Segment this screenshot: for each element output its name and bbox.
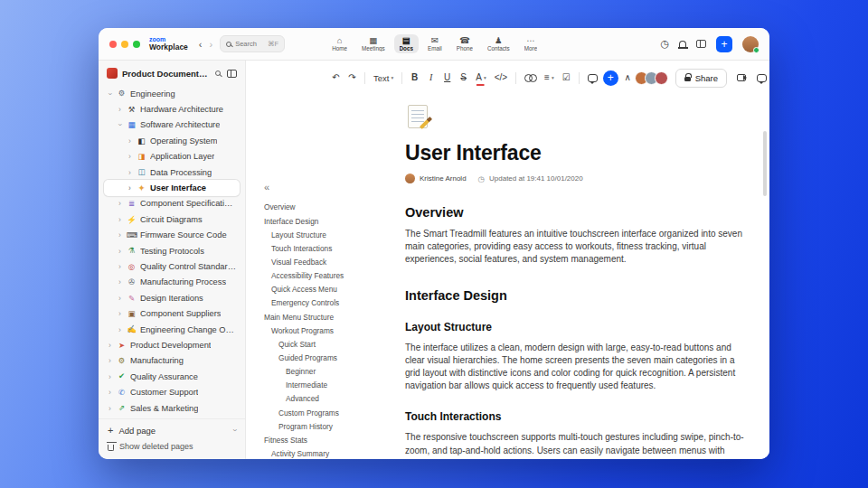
- memo-emoji-icon[interactable]: [405, 104, 432, 131]
- back-button[interactable]: ‹: [199, 39, 203, 50]
- chevron-right-icon[interactable]: ›: [117, 325, 123, 334]
- outline-item-accessibility-features[interactable]: Accessibility Features: [264, 269, 400, 283]
- sidebar-item-operating-system[interactable]: ›◧Operating System: [104, 133, 240, 148]
- chevron-down-icon[interactable]: ›: [106, 90, 115, 97]
- chevron-right-icon[interactable]: ›: [107, 372, 113, 381]
- strikethrough-button[interactable]: S: [457, 69, 470, 87]
- sidebar-item-component-specifications[interactable]: ›≣Component Specifications: [104, 196, 240, 211]
- show-deleted-pages-button[interactable]: Show deleted pages: [108, 442, 236, 451]
- tab-docs[interactable]: ▤Docs: [394, 34, 419, 54]
- tab-phone[interactable]: ☎Phone: [451, 34, 478, 54]
- chevron-right-icon[interactable]: ›: [117, 294, 123, 303]
- sidebar-item-hardware-architecture[interactable]: ›⚒Hardware Architecture: [104, 101, 240, 117]
- forward-button[interactable]: ›: [210, 39, 213, 50]
- history-icon[interactable]: ◷: [660, 38, 669, 50]
- notifications-icon[interactable]: [679, 41, 686, 48]
- chevron-right-icon[interactable]: ›: [117, 309, 123, 318]
- bulleted-list-button[interactable]: ≡▾: [542, 69, 557, 87]
- maximize-button[interactable]: [133, 41, 140, 48]
- sidebar-item-application-layer[interactable]: ›◨Application Layer: [104, 149, 240, 164]
- sidebar-item-design-iterations[interactable]: ›✎Design Iterations: [104, 290, 240, 305]
- sidebar-item-testing-protocols[interactable]: ›⚗Testing Protocols: [104, 243, 240, 258]
- insert-button[interactable]: +: [603, 70, 618, 86]
- outline-item-intermediate[interactable]: Intermediate: [264, 379, 400, 392]
- sidebar-item-sales-marketing[interactable]: ›⇗Sales & Marketing: [104, 400, 240, 416]
- tab-more[interactable]: ⋯More: [519, 34, 542, 54]
- chevron-right-icon[interactable]: ›: [117, 215, 123, 224]
- link-button[interactable]: [522, 69, 539, 87]
- outline-item-overview[interactable]: Overview: [264, 201, 400, 214]
- share-button[interactable]: Share: [675, 69, 727, 88]
- doc-heading-layout-structure[interactable]: Layout Structure: [405, 321, 747, 333]
- chevron-right-icon[interactable]: ›: [127, 183, 133, 192]
- sidebar-item-engineering-change-orders[interactable]: ›✍Engineering Change Orders: [104, 322, 240, 337]
- doc-heading-touch-interactions[interactable]: Touch Interactions: [405, 410, 747, 423]
- doc-heading-overview[interactable]: Overview: [405, 205, 747, 220]
- outline-item-custom-programs[interactable]: Custom Programs: [264, 406, 400, 419]
- outline-item-workout-programs[interactable]: Workout Programs: [264, 324, 400, 337]
- chevron-right-icon[interactable]: ›: [127, 152, 133, 161]
- chevron-right-icon[interactable]: ›: [127, 168, 133, 177]
- video-button[interactable]: [734, 69, 749, 87]
- minimize-button[interactable]: [121, 41, 128, 48]
- user-avatar[interactable]: [742, 36, 759, 52]
- checklist-button[interactable]: ☑: [560, 69, 573, 87]
- tab-home[interactable]: ⌂Home: [326, 34, 353, 54]
- chevron-down-icon[interactable]: ›: [231, 429, 240, 432]
- collaborator-avatar[interactable]: [655, 71, 668, 85]
- sidebar-item-quality-assurance[interactable]: ›✔Quality Assurance: [104, 369, 240, 384]
- chat-button[interactable]: [754, 69, 769, 87]
- bold-button[interactable]: B: [408, 69, 421, 87]
- code-button[interactable]: </>: [492, 69, 510, 87]
- sidebar-item-user-interface[interactable]: ›✦User Interface: [104, 180, 240, 195]
- chevron-right-icon[interactable]: ›: [107, 388, 113, 397]
- sidebar-item-circuit-diagrams[interactable]: ›⚡Circuit Diagrams: [104, 211, 240, 227]
- tab-meetings[interactable]: ▦Meetings: [356, 34, 391, 54]
- global-search-input[interactable]: Search ⌘F: [220, 35, 285, 52]
- sidebar-item-engineering[interactable]: ›⚙Engineering: [104, 86, 240, 101]
- outline-item-advanced[interactable]: Advanced: [264, 392, 400, 406]
- outline-item-quick-access-menu[interactable]: Quick Access Menu: [264, 283, 400, 296]
- doc-paragraph[interactable]: The interface utilizes a clean, modern d…: [405, 342, 747, 393]
- text-color-button[interactable]: A▾: [473, 69, 488, 87]
- underline-button[interactable]: U: [440, 69, 454, 87]
- outline-item-emergency-controls[interactable]: Emergency Controls: [264, 296, 400, 310]
- doc-heading-interface-design[interactable]: Interface Design: [405, 288, 747, 303]
- chevron-right-icon[interactable]: ›: [117, 247, 123, 256]
- outline-item-interface-design[interactable]: Interface Design: [264, 214, 400, 228]
- outline-item-guided-programs[interactable]: Guided Programs: [264, 352, 400, 365]
- chevron-down-icon[interactable]: ›: [116, 122, 125, 128]
- undo-button[interactable]: ↶: [329, 69, 343, 87]
- doc-title[interactable]: User Interface: [405, 141, 747, 165]
- sidebar-item-quality-control-standards[interactable]: ›◎Quality Control Standards: [104, 258, 240, 274]
- sidebar-item-firmware-source-code[interactable]: ›⌨Firmware Source Code: [104, 228, 240, 243]
- redo-button[interactable]: ↷: [345, 69, 359, 87]
- doc-paragraph[interactable]: The responsive touchscreen supports mult…: [405, 431, 747, 459]
- sidebar-search-icon[interactable]: [215, 70, 221, 76]
- sidebar-item-manufacturing-process[interactable]: ›✇Manufacturing Process: [104, 275, 240, 290]
- sidebar-item-manufacturing[interactable]: ›⚙Manufacturing: [104, 353, 240, 369]
- sidebar-item-component-suppliers[interactable]: ›▣Component Suppliers: [104, 305, 240, 321]
- outline-item-program-history[interactable]: Program History: [264, 419, 400, 433]
- sidebar-item-software-architecture[interactable]: ›▦Software Architecture: [104, 117, 240, 133]
- collapse-outline-button[interactable]: «: [264, 182, 400, 192]
- outline-item-beginner[interactable]: Beginner: [264, 365, 400, 379]
- tab-email[interactable]: ✉Email: [422, 34, 448, 54]
- chevron-right-icon[interactable]: ›: [117, 262, 123, 271]
- outline-item-layout-structure[interactable]: Layout Structure: [264, 228, 400, 241]
- outline-item-touch-interactions[interactable]: Touch Interactions: [264, 241, 400, 255]
- tab-contacts[interactable]: ♟Contacts: [482, 34, 515, 54]
- outline-item-quick-start[interactable]: Quick Start: [264, 337, 400, 351]
- sidebar-item-product-development[interactable]: ›➤Product Development: [104, 337, 240, 352]
- outline-item-fitness-stats[interactable]: Fitness Stats: [264, 433, 400, 446]
- outline-item-main-menu-structure[interactable]: Main Menu Structure: [264, 310, 400, 324]
- chevron-right-icon[interactable]: ›: [127, 136, 133, 145]
- chevron-right-icon[interactable]: ›: [107, 404, 113, 413]
- close-button[interactable]: [109, 41, 117, 48]
- italic-button[interactable]: I: [424, 69, 438, 87]
- collapse-toolbar-button[interactable]: ∧: [621, 69, 635, 87]
- sidebar-item-data-processing[interactable]: ›◫Data Processing: [104, 164, 240, 180]
- chevron-right-icon[interactable]: ›: [117, 230, 123, 239]
- comment-button[interactable]: [585, 69, 600, 87]
- doc-paragraph[interactable]: The Smart Treadmill features an intuitiv…: [405, 228, 747, 267]
